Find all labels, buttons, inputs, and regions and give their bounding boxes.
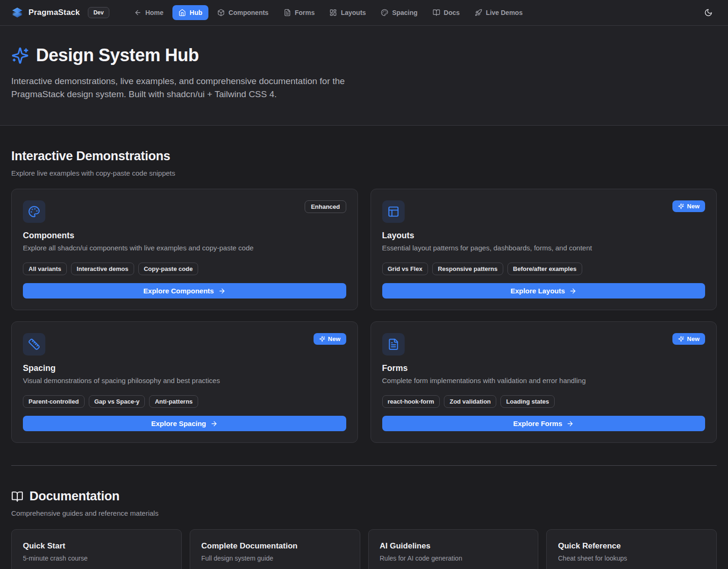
nav-item-forms[interactable]: Forms [278,5,321,20]
documentation-section: Documentation Comprehensive guides and r… [11,466,717,569]
demos-section: Interactive Demonstrations Explore live … [11,126,717,443]
navbar: PragmaStack Dev Home Hub Components Fo [0,0,728,26]
explore-layouts-button[interactable]: Explore Layouts [382,283,706,299]
tag: All variants [23,263,67,275]
demos-subheading: Explore live examples with copy-paste co… [11,169,717,177]
card-title: Components [23,231,346,241]
tag: Zod validation [444,395,496,408]
doc-card-description: Full design system guide [201,555,349,562]
doc-card-complete-documentation[interactable]: Complete Documentation Full design syste… [190,529,360,569]
theme-toggle-button[interactable] [700,4,717,21]
doc-card-description: Cheat sheet for lookups [558,555,705,562]
rocket-icon [475,9,482,16]
tag: Anti-patterns [149,395,198,408]
tag: react-hook-form [382,395,440,408]
tag: Gap vs Space-y [89,395,145,408]
new-badge: New [672,333,705,345]
sparkles-icon [678,336,684,342]
brand-name: PragmaStack [29,8,80,17]
doc-card-description: 5-minute crash course [23,555,170,562]
arrow-right-icon [569,287,577,295]
demos-heading: Interactive Demonstrations [11,149,717,164]
file-text-icon [382,333,405,356]
demo-grid: Enhanced Components Explore all shadcn/u… [11,189,717,443]
doc-card-title: Complete Documentation [201,541,349,551]
moon-icon [704,8,713,17]
doc-card-ai-guidelines[interactable]: AI Guidelines Rules for AI code generati… [368,529,539,569]
tag: Responsive patterns [432,263,503,275]
doc-card-description: Rules for AI code generation [380,555,527,562]
sparkles-icon [319,336,325,342]
tag: Interactive demos [71,263,134,275]
main-content: Interactive Demonstrations Explore live … [0,126,728,569]
palette-icon [381,9,388,16]
tag: Parent-controlled [23,395,85,408]
demo-card-layouts: New Layouts Essential layout patterns fo… [371,189,717,310]
explore-forms-button[interactable]: Explore Forms [382,416,706,431]
tag: Grid vs Flex [382,263,428,275]
book-open-icon [11,491,23,503]
card-title: Spacing [23,363,346,373]
hero: Design System Hub Interactive demonstrat… [0,26,728,126]
arrow-right-icon [566,420,574,427]
nav-item-home[interactable]: Home [128,5,170,20]
card-description: Complete form implementations with valid… [382,377,706,384]
layout-dashboard-icon [329,9,337,16]
book-open-icon [433,9,440,16]
home-icon [178,9,186,16]
demo-card-forms: New Forms Complete form implementations … [371,321,717,443]
nav-item-live-demos[interactable]: Live Demos [469,5,529,20]
tag: Copy-paste code [138,263,199,275]
file-text-icon [284,9,291,16]
new-badge: New [672,200,705,212]
doc-card-quick-start[interactable]: Quick Start 5-minute crash course [11,529,182,569]
palette-icon [23,200,45,223]
doc-card-title: AI Guidelines [380,541,527,551]
main-nav: Home Hub Components Forms Layouts [128,5,528,20]
brand[interactable]: PragmaStack Dev [11,7,109,19]
nav-item-hub[interactable]: Hub [172,5,208,20]
card-description: Explore all shadcn/ui components with li… [23,244,346,252]
demo-card-spacing: New Spacing Visual demonstrations of spa… [11,321,358,443]
explore-components-button[interactable]: Explore Components [23,283,346,299]
arrow-right-icon [218,287,226,295]
page-subtitle: Interactive demonstrations, live example… [11,75,361,101]
card-description: Essential layout patterns for pages, das… [382,244,706,252]
doc-card-quick-reference[interactable]: Quick Reference Cheat sheet for lookups [546,529,717,569]
nav-item-layouts[interactable]: Layouts [323,5,372,20]
tag: Before/after examples [507,263,582,275]
demo-card-components: Enhanced Components Explore all shadcn/u… [11,189,358,310]
nav-item-components[interactable]: Components [211,5,275,20]
nav-item-spacing[interactable]: Spacing [375,5,423,20]
doc-card-title: Quick Start [23,541,170,551]
box-icon [217,9,225,16]
doc-card-title: Quick Reference [558,541,705,551]
new-badge: New [314,333,346,345]
env-badge: Dev [88,7,109,18]
docs-grid: Quick Start 5-minute crash course Comple… [11,529,717,569]
card-title: Layouts [382,231,706,241]
layout-panel-icon [382,200,405,223]
arrow-right-icon [210,420,218,427]
page-title: Design System Hub [36,45,199,65]
card-description: Visual demonstrations of spacing philoso… [23,377,346,384]
sparkles-icon [11,47,29,64]
tag: Loading states [500,395,555,408]
layers-icon [11,7,23,19]
sparkles-icon [678,203,684,209]
ruler-icon [23,333,45,356]
card-title: Forms [382,363,706,373]
docs-subheading: Comprehensive guides and reference mater… [11,509,717,517]
status-badge: Enhanced [305,200,346,213]
explore-spacing-button[interactable]: Explore Spacing [23,416,346,431]
arrow-left-icon [134,9,142,16]
nav-item-docs[interactable]: Docs [427,5,466,20]
docs-heading: Documentation [29,489,120,504]
